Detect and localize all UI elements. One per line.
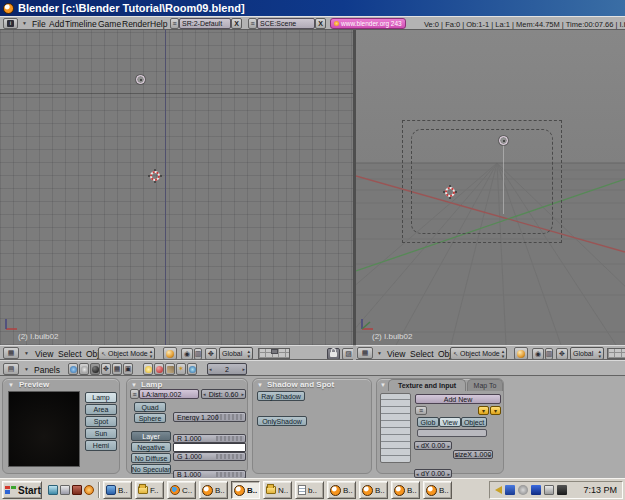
auto-name-icon[interactable]: ▾ — [490, 406, 501, 415]
header-collapse-icon[interactable]: ▼ — [24, 367, 29, 372]
only-shadow-toggle[interactable]: OnlyShadow — [257, 416, 307, 426]
scene-browse-button[interactable]: ≡ — [248, 18, 257, 29]
window-type-icon[interactable]: ▦ — [357, 347, 373, 359]
editing-buttons-icon[interactable]: ▦ — [112, 363, 122, 375]
scene-delete-button[interactable]: X — [315, 18, 326, 29]
datablock-browse-button[interactable]: ≡ — [130, 389, 139, 399]
texture-browse-button[interactable]: ≡ — [415, 406, 427, 415]
start-button[interactable]: Start — [2, 481, 42, 499]
header-collapse-icon[interactable]: ▼ — [22, 21, 27, 26]
draw-type-icon[interactable] — [514, 347, 528, 360]
viewport-right[interactable]: (2) I.bulb02 — [356, 30, 625, 345]
radiosity-buttons-icon[interactable]: ✶ — [176, 363, 186, 375]
menu-render[interactable]: Render — [122, 19, 150, 29]
shading-buttons-icon[interactable] — [90, 363, 100, 375]
window-type-icon[interactable]: ▦ — [3, 347, 19, 359]
no-diffuse-toggle[interactable]: No Diffuse — [131, 453, 171, 463]
quick-launch-icon-4[interactable] — [84, 485, 94, 495]
scene-buttons-icon[interactable]: ▣ — [123, 363, 133, 375]
orientation-dropdown[interactable]: Global▴▾ — [570, 347, 604, 360]
no-specular-toggle[interactable]: No Specular — [131, 464, 171, 474]
task-button-search[interactable]: B.. — [103, 481, 132, 499]
lamp-object[interactable] — [136, 75, 145, 84]
scene-selector[interactable]: SCE:Scene — [257, 18, 315, 29]
manipulator-hand-icon[interactable]: ✥ — [205, 348, 217, 360]
lamp-object[interactable] — [499, 136, 508, 145]
menu-game[interactable]: Game — [98, 19, 121, 29]
proportional-edit-icon[interactable]: ▥ — [545, 348, 553, 360]
menu-add[interactable]: Add — [49, 19, 64, 29]
screen-browse-button[interactable]: ≡ — [170, 18, 179, 29]
menu-timeline[interactable]: Timeline — [65, 19, 97, 29]
layer-toggle[interactable]: Layer — [131, 431, 171, 441]
material-buttons-icon[interactable] — [154, 363, 164, 375]
tray-daemon-icon[interactable] — [518, 485, 528, 495]
coord-object-button[interactable]: Object — [461, 417, 487, 427]
coord-glob-button[interactable]: Glob — [417, 417, 439, 427]
active-layer-cell[interactable] — [271, 349, 278, 354]
lamp-type-sun-button[interactable]: Sun — [85, 428, 117, 439]
lamp-type-hemi-button[interactable]: Hemi — [85, 440, 117, 451]
task-button-blender[interactable]: B.. — [327, 481, 356, 499]
draw-type-icon[interactable] — [163, 347, 177, 360]
show-desktop-icon[interactable] — [60, 485, 70, 495]
object-name-field[interactable] — [417, 429, 487, 437]
object-buttons-icon[interactable]: ✥ — [101, 363, 111, 375]
offset-x-field[interactable]: dX 0.00 — [414, 441, 452, 450]
lamp-type-lamp-button[interactable]: Lamp — [85, 392, 117, 403]
green-slider[interactable]: G 1.000 — [173, 452, 246, 461]
frame-counter[interactable]: 2 — [207, 363, 247, 375]
add-new-texture-button[interactable]: Add New — [415, 394, 501, 404]
menu-select[interactable]: Select — [58, 349, 82, 359]
red-slider[interactable]: R 1.000 — [173, 434, 246, 443]
panel-collapse-icon[interactable]: ▼ — [257, 382, 263, 388]
mode-dropdown[interactable]: ↖ Object Mode▴▾ — [450, 347, 507, 360]
quick-launch-icon-1[interactable] — [48, 485, 58, 495]
task-button-blender[interactable]: B.. — [391, 481, 420, 499]
mode-dropdown[interactable]: ↖ Object Mode▴▾ — [98, 347, 155, 360]
lamp-type-area-button[interactable]: Area — [85, 404, 117, 415]
task-button-blender-active[interactable]: B.. — [231, 481, 260, 499]
texture-buttons-icon[interactable] — [165, 363, 175, 375]
menu-view[interactable]: View — [387, 349, 405, 359]
menu-select[interactable]: Select — [410, 349, 434, 359]
viewport-left[interactable]: (2) I.bulb02 — [0, 30, 353, 345]
tray-app-icon[interactable] — [505, 485, 515, 495]
lamp-color-swatch[interactable] — [173, 443, 246, 452]
screen-delete-button[interactable]: X — [231, 18, 242, 29]
panel-collapse-icon[interactable]: ▼ — [380, 382, 386, 388]
clock[interactable]: 7:13 PM — [583, 485, 617, 495]
lock-layers-icon[interactable] — [327, 348, 340, 360]
menu-file[interactable]: File — [32, 19, 46, 29]
camera-icon[interactable] — [557, 485, 567, 495]
pivot-point-icon[interactable]: ◉ — [532, 348, 544, 360]
panel-collapse-icon[interactable]: ▼ — [131, 382, 137, 388]
ray-shadow-toggle[interactable]: Ray Shadow — [257, 391, 305, 401]
texture-channel-list[interactable] — [380, 393, 411, 463]
task-button-folder[interactable]: F.. — [135, 481, 164, 499]
tray-tv-icon[interactable] — [531, 485, 541, 495]
manipulator-hand-icon[interactable]: ✥ — [556, 348, 568, 360]
tray-security-icon[interactable] — [544, 485, 554, 495]
lamp-type-spot-button[interactable]: Spot — [85, 416, 117, 427]
panel-collapse-icon[interactable]: ▼ — [8, 382, 14, 388]
pivot-point-icon[interactable]: ◉ — [181, 348, 193, 360]
proportional-edit-icon[interactable]: ▥ — [194, 348, 202, 360]
lamp-buttons-icon[interactable] — [143, 363, 153, 375]
quick-launch-icon-3[interactable] — [72, 485, 82, 495]
energy-slider[interactable]: Energy 1.200 — [173, 412, 246, 422]
task-button-browser[interactable]: C.. — [167, 481, 196, 499]
sphere-toggle[interactable]: Sphere — [134, 413, 166, 423]
quad-toggle[interactable]: Quad — [134, 402, 166, 412]
size-x-field[interactable]: sizeX 1.000 — [453, 450, 493, 459]
layer-buttons-group1[interactable] — [607, 348, 625, 359]
menu-view[interactable]: View — [35, 349, 53, 359]
layer-buttons-group1[interactable] — [258, 348, 290, 359]
negative-toggle[interactable]: Negative — [131, 442, 171, 452]
tab-map-to[interactable]: Map To — [467, 379, 503, 391]
world-buttons-icon[interactable] — [187, 363, 197, 375]
task-button-folder[interactable]: N.. — [263, 481, 292, 499]
header-collapse-icon[interactable]: ▼ — [24, 351, 29, 356]
coord-view-button[interactable]: View — [439, 417, 461, 427]
window-type-icon[interactable]: i — [3, 18, 18, 29]
